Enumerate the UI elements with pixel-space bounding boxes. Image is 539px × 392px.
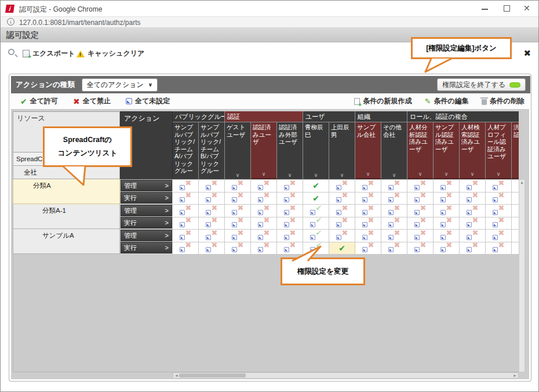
permission-cell[interactable]: ✖ (460, 242, 486, 255)
scroll-right-icon[interactable]: ► (513, 373, 517, 379)
column-header[interactable]: 人材プロフィール認証済みユーザ∨ (486, 122, 512, 179)
deny-cross-icon: ✖ (342, 191, 348, 199)
deny-all-button[interactable]: ✖ 全て禁止 (73, 96, 111, 106)
action-button-execute[interactable]: 実行> (121, 242, 172, 253)
deny-cross-icon: ✖ (264, 191, 270, 199)
chevron-down-icon[interactable]: ∨ (486, 170, 511, 178)
column-header[interactable]: 人材検索認証済みユーザ∨ (460, 122, 486, 179)
condition-delete-button[interactable]: 条件の削除 (482, 96, 525, 106)
horizontal-scrollbar[interactable]: ◄ ► (173, 372, 519, 379)
permission-cell[interactable]: ✖ (512, 193, 519, 205)
site-info-icon[interactable]: i (7, 18, 14, 26)
column-header[interactable]: 汎ス理証ユ (512, 122, 519, 179)
window-maximize-button[interactable] (504, 5, 510, 12)
chevron-down-icon[interactable]: ∨ (355, 170, 381, 178)
permission-cell[interactable]: ✖ (486, 242, 512, 255)
permission-cell[interactable]: ✖ (407, 242, 434, 255)
inherit-box-icon (258, 185, 263, 190)
search-button[interactable] (8, 49, 14, 55)
permission-cell[interactable]: ✖ (173, 242, 199, 255)
inherit-box-icon (440, 247, 446, 252)
column-header[interactable]: 認証済みユーザ∨ (251, 122, 277, 179)
action-type-dropdown[interactable]: 全てのアクション ∨ (82, 78, 158, 92)
scroll-up-icon[interactable]: ▲ (520, 180, 524, 184)
permission-cell[interactable]: ✖ (355, 242, 381, 255)
scroll-left-icon[interactable]: ◄ (174, 373, 179, 379)
action-button-manage[interactable]: 管理> (121, 180, 172, 191)
deny-cross-icon: ✖ (446, 228, 453, 237)
allow-all-button[interactable]: ✔ 全て許可 (20, 96, 58, 106)
chevron-down-icon[interactable]: ∨ (407, 170, 433, 178)
condition-edit-button[interactable]: ✎ 条件の編集 (425, 96, 469, 106)
inherit-deny-icon: ✖ (493, 231, 505, 240)
permission-cell[interactable]: ✖ (512, 230, 519, 242)
column-header[interactable]: サンプル認証済みユーザ∨ (434, 122, 460, 179)
chevron-down-icon[interactable]: ∨ (277, 172, 303, 179)
permission-cell[interactable]: ✖ (434, 242, 460, 255)
action-button-manage[interactable]: 管理> (121, 205, 172, 216)
chevron-down-icon[interactable]: ∨ (381, 172, 407, 179)
action-button-execute[interactable]: 実行> (121, 192, 172, 204)
permission-cell[interactable]: ✔ (329, 242, 355, 255)
permission-cell[interactable]: ✔ (303, 180, 329, 193)
chevron-down-icon[interactable]: ∨ (434, 170, 459, 178)
chevron-down-icon[interactable]: ∨ (225, 172, 250, 179)
deny-cross-icon: ✖ (368, 179, 374, 187)
action-button-execute[interactable]: 実行> (121, 217, 172, 228)
chevron-down-icon[interactable]: ∨ (329, 172, 355, 179)
column-header[interactable]: 認証済み外部ユーザ∨ (277, 122, 303, 179)
permission-cell[interactable]: ✖ (512, 242, 519, 255)
permission-cell[interactable]: ✖ (512, 180, 519, 193)
column-header[interactable]: サンプルパブリック/チームA/パブリックグルー (173, 122, 199, 179)
resource-cell[interactable]: サンプルA (13, 229, 120, 254)
column-header[interactable]: 上田辰男∨ (329, 122, 355, 179)
action-button-label: 実行 (124, 244, 137, 252)
chevron-down-icon[interactable]: ∨ (251, 170, 276, 178)
chevron-right-icon: > (165, 194, 169, 201)
condition-new-button[interactable]: 条件の新規作成 (354, 96, 411, 106)
chevron-down-icon[interactable]: ∨ (460, 170, 485, 178)
column-header[interactable]: 人材分析認証済みユーザ∨ (407, 122, 434, 179)
unset-all-button[interactable]: 全て未設定 (126, 96, 170, 106)
inherit-box-icon (310, 222, 315, 227)
inherit-deny-icon: ✖ (467, 206, 479, 215)
permission-cell[interactable]: ✖ (381, 242, 407, 255)
matrix-row: ✖✖✖✖✖✔✔✖✖✖✖✖✖✖ (173, 242, 519, 255)
permission-cell[interactable]: ✖ (512, 217, 519, 230)
header-groups-row: パブリックグループ認証ユーザ組織ロール、認証の複合 (173, 111, 519, 122)
unset-all-label: 全て未設定 (135, 96, 170, 106)
resource-cell[interactable]: 分類A-1 (13, 204, 120, 229)
inherit-box-icon (180, 222, 185, 227)
column-header[interactable]: サンプル会社∨ (355, 122, 381, 179)
inherit-box-icon (440, 222, 446, 227)
inherit-deny-icon: ✖ (493, 219, 505, 227)
chevron-down-icon[interactable]: ∨ (303, 172, 329, 179)
column-header[interactable]: その他会社∨ (381, 122, 407, 179)
column-header[interactable]: 青柳辰巳∨ (303, 122, 329, 179)
grid-empty-area (13, 254, 525, 372)
horizontal-scroll-thumb[interactable] (179, 373, 246, 378)
permission-cell[interactable]: ✖ (225, 242, 251, 255)
export-button[interactable]: エクスポート (23, 49, 75, 59)
finish-permission-edit-button[interactable]: 権限設定を終了する (437, 78, 526, 91)
url-text[interactable]: 127.0.0.1:8081/imart/tenant/authz/parts (19, 19, 140, 27)
window-close-button[interactable]: ✕ (523, 3, 530, 13)
deny-cross-icon: ✖ (394, 216, 400, 224)
window-minimize-button[interactable] (482, 9, 488, 10)
permission-cell[interactable]: ✖ (251, 242, 277, 255)
inherit-deny-icon: ✖ (258, 219, 270, 227)
column-header[interactable]: サンプルパブリック/チームB/パブリックグルー (199, 122, 225, 179)
inherit-box-icon (493, 185, 498, 190)
permission-cell[interactable]: ✖ (329, 230, 355, 242)
vertical-scrollbar[interactable]: ▲ (519, 179, 525, 372)
deny-cross-icon: ✖ (290, 179, 296, 187)
page-title: 認可設定 (6, 30, 39, 41)
panel-close-icon[interactable]: ✖ (523, 48, 531, 59)
cache-clear-button[interactable]: キャッシュクリア (77, 49, 144, 59)
inherit-box-icon (284, 197, 289, 202)
permission-cell[interactable]: ✖ (512, 205, 519, 217)
permission-cell[interactable]: ✖ (199, 242, 225, 255)
inherit-box-icon (414, 185, 420, 190)
column-header[interactable]: ゲストユーザ∨ (225, 122, 251, 179)
action-button-manage[interactable]: 管理> (121, 230, 172, 241)
